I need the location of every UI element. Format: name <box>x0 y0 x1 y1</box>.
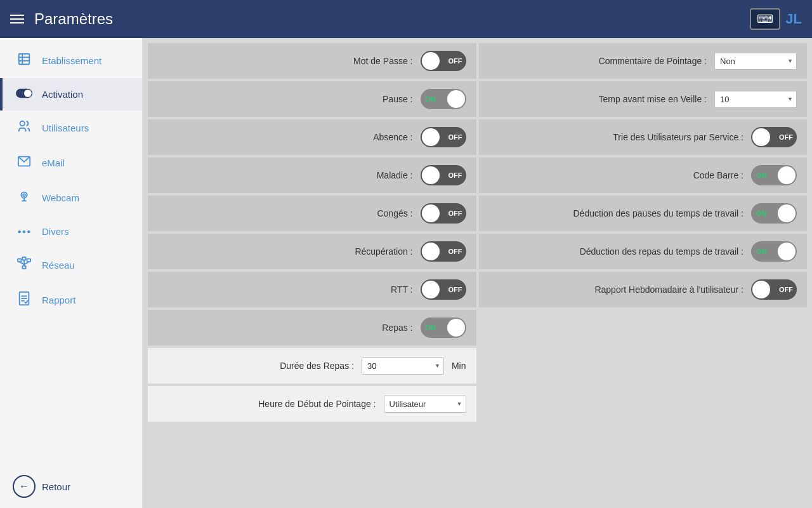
sidebar-item-webcam-label: Webcam <box>42 192 79 203</box>
toggle-text: OFF <box>449 171 462 179</box>
mot-de-passe-row: Mot de Passe : OFF <box>148 43 476 79</box>
toggle-knob <box>422 243 440 260</box>
pause-label: Pause : <box>158 94 413 104</box>
pause-row: Pause : ON <box>148 81 476 117</box>
recuperation-toggle[interactable]: OFF <box>421 241 466 262</box>
toggle-knob <box>752 128 770 146</box>
sidebar-item-rapport-label: Rapport <box>42 295 75 305</box>
pause-toggle[interactable]: ON <box>421 89 466 109</box>
trie-toggle[interactable]: OFF <box>751 127 797 147</box>
sidebar-item-activation-label: Activation <box>42 89 83 100</box>
min-label: Min <box>452 361 466 371</box>
duree-repas-row: Durée des Repas : 30 15 45 60 Min <box>148 348 476 384</box>
rtt-label: RTT : <box>158 284 413 295</box>
toggle-knob <box>422 204 440 222</box>
heure-select[interactable]: Utilisateur Fixe <box>384 396 466 413</box>
toggle-text: ON <box>426 95 436 103</box>
maladie-row: Maladie : OFF <box>148 157 476 193</box>
commentaire-select[interactable]: Non Oui <box>714 53 797 70</box>
deduction-repas-toggle[interactable]: ON <box>751 241 797 262</box>
code-barre-label: Code Barre : <box>489 170 744 180</box>
svg-rect-13 <box>18 259 22 262</box>
toggle-knob <box>778 204 796 222</box>
heure-debut-label: Heure de Début de Pointage : <box>158 399 376 409</box>
email-icon <box>15 154 33 171</box>
users-icon <box>15 119 33 137</box>
absence-toggle[interactable]: OFF <box>421 127 466 147</box>
keyboard-icon[interactable]: ⌨ <box>750 8 780 30</box>
toggle-text: ON <box>426 324 436 331</box>
toggle-text: OFF <box>449 286 462 293</box>
sidebar-item-email[interactable]: eMail <box>0 145 142 180</box>
svg-rect-14 <box>22 257 26 260</box>
network-icon <box>15 257 33 274</box>
maladie-toggle[interactable]: OFF <box>421 165 466 185</box>
conges-label: Congés : <box>158 208 413 218</box>
deduction-repas-row: Déduction des repas du temps de travail … <box>479 234 808 269</box>
trie-row: Trie des Utilisateurs par Service : OFF <box>479 119 808 155</box>
sidebar-item-rapport[interactable]: Rapport <box>0 283 142 318</box>
sidebar-item-etablissement[interactable]: Etablissement <box>0 43 142 78</box>
back-circle-icon: ← <box>13 475 36 498</box>
rtt-row: RTT : OFF <box>148 272 476 307</box>
svg-rect-0 <box>19 54 30 65</box>
heure-select-wrapper: Utilisateur Fixe <box>384 396 466 413</box>
maladie-label: Maladie : <box>158 170 413 180</box>
sidebar-item-utilisateurs[interactable]: Utilisateurs <box>0 110 142 145</box>
svg-point-9 <box>23 194 25 196</box>
sidebar-item-divers[interactable]: Divers <box>0 215 142 248</box>
recuperation-row: Récupération : OFF <box>148 234 476 269</box>
toggle-text: OFF <box>779 286 793 293</box>
veille-select-wrapper: 10 5 15 20 30 <box>714 91 797 108</box>
rtt-toggle[interactable]: OFF <box>421 279 466 300</box>
sidebar-item-activation[interactable]: Activation <box>0 78 142 110</box>
svg-point-10 <box>18 231 21 234</box>
main-content: Mot de Passe : OFF Pause : ON Absence : <box>143 38 812 508</box>
mot-de-passe-label: Mot de Passe : <box>158 56 413 66</box>
svg-point-11 <box>23 231 26 234</box>
sidebar-item-utilisateurs-label: Utilisateurs <box>42 123 89 133</box>
duree-select[interactable]: 30 15 45 60 <box>362 358 444 375</box>
sidebar-item-webcam[interactable]: Webcam <box>0 180 142 215</box>
svg-point-5 <box>24 90 32 97</box>
toggle-knob <box>778 243 796 260</box>
toggle-knob <box>447 319 465 337</box>
sidebar-item-divers-label: Divers <box>42 226 69 237</box>
rapport-hebdo-toggle[interactable]: OFF <box>751 279 797 300</box>
toggle-icon <box>15 87 33 102</box>
mot-de-passe-toggle[interactable]: OFF <box>421 51 466 71</box>
rapport-hebdo-row: Rapport Hebdomadaire à l'utilisateur : O… <box>479 272 808 307</box>
svg-rect-16 <box>22 266 26 269</box>
page-title: Paramètres <box>34 10 113 28</box>
duree-select-wrapper: 30 15 45 60 <box>362 358 444 375</box>
commentaire-row: Commentaire de Pointage : Non Oui <box>479 43 808 79</box>
dots-icon <box>15 224 33 239</box>
veille-select[interactable]: 10 5 15 20 30 <box>714 91 797 108</box>
back-button[interactable]: ← Retour <box>0 465 142 508</box>
duree-repas-label: Durée des Repas : <box>158 361 354 371</box>
repas-label: Repas : <box>158 323 413 333</box>
sidebar-item-reseau[interactable]: Réseau <box>0 248 142 283</box>
conges-toggle[interactable]: OFF <box>421 203 466 224</box>
heure-debut-row: Heure de Début de Pointage : Utilisateur… <box>148 386 476 422</box>
toggle-text: ON <box>756 171 767 179</box>
repas-toggle[interactable]: ON <box>421 318 466 338</box>
commentaire-select-wrapper: Non Oui <box>714 53 797 70</box>
report-icon <box>15 291 33 309</box>
commentaire-label: Commentaire de Pointage : <box>489 56 707 66</box>
toggle-text: OFF <box>449 210 462 217</box>
sidebar: Etablissement Activation Utilisateurs <box>0 38 143 508</box>
svg-line-18 <box>24 262 29 265</box>
code-barre-toggle[interactable]: ON <box>751 165 797 185</box>
toggle-text: OFF <box>449 57 462 65</box>
hamburger-icon[interactable] <box>10 15 24 23</box>
toggle-knob <box>422 128 440 146</box>
svg-point-6 <box>20 121 25 126</box>
absence-label: Absence : <box>158 132 413 142</box>
svg-rect-15 <box>27 259 31 262</box>
toggle-text: OFF <box>779 133 793 141</box>
left-panel: Mot de Passe : OFF Pause : ON Absence : <box>148 43 476 503</box>
svg-point-12 <box>27 231 30 234</box>
deduction-pauses-toggle[interactable]: ON <box>751 203 797 224</box>
sidebar-item-etablissement-label: Etablissement <box>42 55 102 66</box>
